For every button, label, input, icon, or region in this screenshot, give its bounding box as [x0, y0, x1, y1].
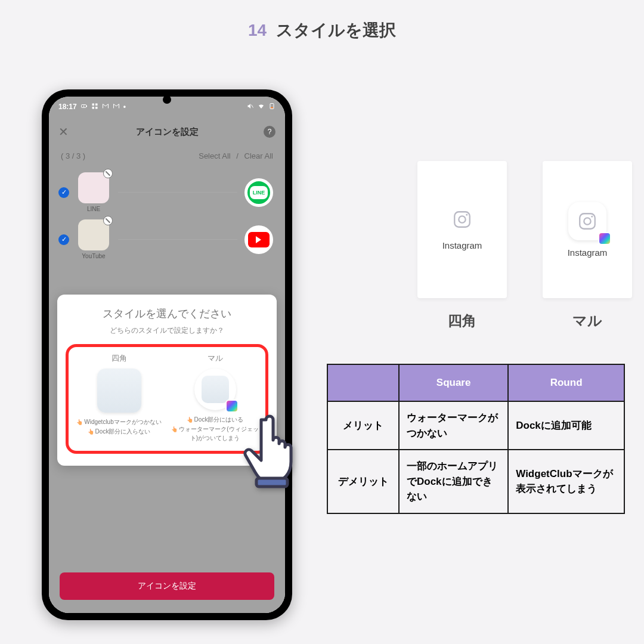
example-card: Instagram — [417, 161, 507, 298]
svg-rect-10 — [454, 212, 470, 227]
custom-icon-preview — [78, 172, 109, 203]
style-option-label: 四角 — [72, 353, 166, 364]
instagram-rounded-icon — [568, 202, 606, 240]
svg-rect-9 — [256, 478, 287, 487]
style-option-label: マル — [168, 353, 262, 364]
apply-icons-button[interactable]: アイコンを設定 — [60, 572, 274, 600]
svg-rect-3 — [95, 103, 98, 106]
help-icon[interactable]: ? — [264, 126, 275, 138]
widgetclub-watermark-icon — [225, 400, 239, 413]
icon-row[interactable]: ✓ LINE LINE — [49, 169, 285, 216]
example-round: Instagram マル — [543, 161, 632, 330]
table-header-round: Round — [508, 364, 624, 401]
row-label-merit: メリット — [327, 401, 399, 450]
select-all-link[interactable]: Select All — [199, 151, 230, 160]
example-style-label: マル — [543, 311, 632, 330]
table-row: メリット ウォーターマークがつかない Dockに追加可能 — [327, 401, 624, 450]
svg-rect-1 — [86, 106, 87, 107]
demerit-round: WidgetClubマークが表示されてしまう — [508, 450, 624, 513]
blocked-badge-icon — [103, 216, 113, 225]
apply-icons-label: アイコンを設定 — [138, 581, 196, 592]
modal-subtitle: どちらのスタイルで設定しますか？ — [66, 326, 268, 336]
mail-icon-2 — [113, 103, 120, 112]
example-app-label: Instagram — [568, 247, 608, 258]
svg-rect-5 — [95, 107, 98, 109]
icon-row-label: YouTube — [76, 253, 111, 259]
square-style-preview — [97, 369, 141, 413]
apps-grid-icon — [91, 103, 98, 112]
mapping-line — [118, 239, 237, 240]
example-app-label: Instagram — [442, 240, 482, 250]
mail-icon — [102, 103, 109, 112]
checked-icon: ✓ — [58, 187, 69, 198]
clear-all-link[interactable]: Clear All — [244, 151, 273, 160]
example-style-label: 四角 — [417, 311, 507, 330]
mute-icon — [247, 103, 254, 112]
table-header-blank — [327, 364, 399, 401]
example-card: Instagram — [543, 161, 632, 298]
round-style-preview — [194, 369, 236, 410]
table-header-row: Square Round — [327, 364, 624, 401]
square-note-1: Widgetclubマークがつかない — [72, 417, 166, 427]
step-number: 14 — [248, 21, 267, 39]
icon-row-label: LINE — [76, 206, 111, 212]
square-note-2: Dock部分に入らない — [72, 427, 166, 436]
svg-rect-8 — [271, 107, 273, 108]
youtube-app-icon — [248, 232, 270, 247]
svg-point-15 — [591, 215, 593, 217]
example-square: Instagram 四角 — [417, 161, 507, 330]
svg-point-12 — [466, 213, 467, 215]
page-title: 14 スタイルを選択 — [0, 0, 644, 42]
select-actions: Select All / Clear All — [199, 151, 273, 160]
style-options-highlight: 四角 Widgetclubマークがつかない Dock部分に入らない マル Doc… — [66, 344, 268, 454]
app-header: ✕ アイコンを設定 ? — [49, 117, 285, 147]
comparison-table: Square Round メリット ウォーターマークがつかない Dockに追加可… — [327, 364, 625, 514]
svg-rect-4 — [92, 107, 94, 109]
row-label-demerit: デメリット — [327, 450, 399, 513]
svg-line-6 — [252, 104, 253, 107]
checked-icon: ✓ — [58, 234, 69, 245]
line-app-icon: LINE — [247, 181, 270, 204]
square-style-notes: Widgetclubマークがつかない Dock部分に入らない — [72, 417, 166, 436]
close-icon[interactable]: ✕ — [58, 125, 69, 139]
selection-count-row: ( 3 / 3 ) Select All / Clear All — [49, 147, 285, 169]
pointer-hand-icon — [240, 408, 311, 491]
svg-rect-2 — [92, 103, 94, 106]
target-app-icon — [244, 225, 273, 254]
icon-row[interactable]: ✓ YouTube — [49, 216, 285, 263]
status-overflow-dot: • — [123, 103, 126, 111]
table-row: デメリット 一部のホームアプリでDockに追加できない WidgetClubマー… — [327, 450, 624, 513]
battery-charging-icon — [80, 103, 88, 112]
mapping-line — [118, 192, 237, 193]
status-time: 18:17 — [58, 103, 77, 111]
phone-screen: 18:17 • — [49, 97, 285, 613]
merit-square: ウォーターマークがつかない — [399, 401, 508, 450]
modal-title: スタイルを選んでください — [66, 306, 268, 321]
widgetclub-watermark-icon — [598, 232, 611, 245]
svg-point-11 — [459, 216, 465, 222]
target-app-icon: LINE — [244, 178, 273, 207]
style-option-square[interactable]: 四角 Widgetclubマークがつかない Dock部分に入らない — [72, 353, 166, 442]
select-actions-separator: / — [236, 151, 239, 160]
merit-round: Dockに追加可能 — [508, 401, 624, 450]
demerit-square: 一部のホームアプリでDockに追加できない — [399, 450, 508, 513]
app-header-title: アイコンを設定 — [136, 126, 199, 138]
step-title: スタイルを選択 — [276, 21, 396, 39]
blocked-badge-icon — [103, 169, 113, 178]
battery-low-icon — [268, 103, 275, 112]
style-examples: Instagram 四角 Instagram — [382, 161, 644, 330]
table-header-square: Square — [399, 364, 508, 401]
phone-camera-notch — [163, 95, 171, 104]
instagram-outline-icon — [450, 209, 474, 233]
phone-frame: 18:17 • — [42, 89, 292, 620]
svg-rect-13 — [580, 213, 595, 229]
custom-icon-preview — [78, 219, 109, 250]
selection-count: ( 3 / 3 ) — [61, 151, 85, 160]
svg-point-14 — [584, 218, 590, 224]
wifi-icon — [258, 103, 265, 112]
